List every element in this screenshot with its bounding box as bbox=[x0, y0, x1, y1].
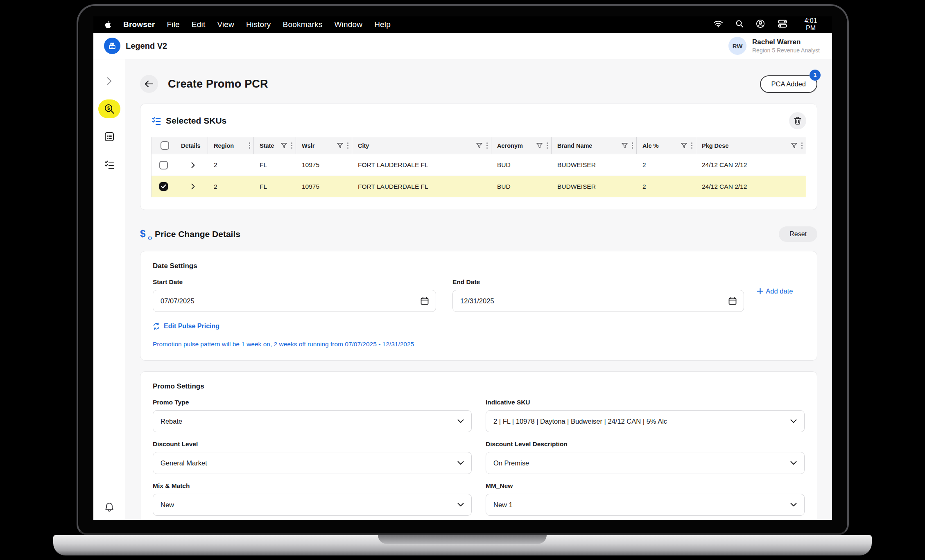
column-menu-icon[interactable] bbox=[249, 142, 250, 149]
chevron-down-icon bbox=[457, 503, 464, 507]
wifi-icon[interactable] bbox=[713, 20, 723, 29]
search-icon[interactable] bbox=[735, 20, 744, 30]
calendar-icon[interactable] bbox=[728, 296, 737, 305]
pca-added-button[interactable]: PCA Added bbox=[760, 75, 817, 93]
promo-type-label: Promo Type bbox=[153, 399, 472, 406]
selected-skus-title: Selected SKUs bbox=[166, 116, 226, 126]
row-checkbox[interactable] bbox=[159, 161, 168, 169]
app-brand[interactable]: Legend V2 bbox=[104, 38, 167, 54]
control-center-icon[interactable] bbox=[777, 19, 788, 30]
edit-pulse-pricing-link[interactable]: Edit Pulse Pricing bbox=[153, 323, 805, 330]
row-expand-icon[interactable] bbox=[191, 162, 195, 168]
checklist-icon bbox=[104, 159, 115, 170]
column-header-wslr[interactable]: Wslr bbox=[296, 137, 352, 154]
laptop-frame: Browser File Edit View History Bookmarks… bbox=[77, 4, 849, 535]
calendar-icon[interactable] bbox=[420, 296, 429, 305]
menu-item-window[interactable]: Window bbox=[334, 20, 362, 29]
clock-time: 4:01 bbox=[804, 17, 817, 24]
column-header-details[interactable]: Details bbox=[175, 137, 208, 154]
sidebar-expand-button[interactable] bbox=[98, 72, 120, 90]
table-row[interactable]: 2 FL 10975 FORT LAUDERDALE FL BUD BUDWEI… bbox=[152, 154, 806, 176]
add-date-button[interactable]: Add date bbox=[757, 287, 793, 295]
column-header-city[interactable]: City bbox=[352, 137, 491, 154]
row-expand-icon[interactable] bbox=[191, 183, 195, 190]
menu-item-file[interactable]: File bbox=[167, 20, 179, 29]
cell-region: 2 bbox=[208, 183, 254, 190]
cell-wslr: 10975 bbox=[296, 183, 352, 190]
back-button[interactable] bbox=[140, 75, 158, 93]
filter-icon[interactable] bbox=[476, 143, 482, 149]
selected-skus-header: Selected SKUs bbox=[151, 112, 806, 129]
menu-item-history[interactable]: History bbox=[246, 20, 271, 29]
filter-icon[interactable] bbox=[281, 143, 287, 149]
laptop-screen: Browser File Edit View History Bookmarks… bbox=[93, 16, 832, 520]
reset-button[interactable]: Reset bbox=[779, 226, 817, 242]
menu-item-bookmarks[interactable]: Bookmarks bbox=[283, 20, 323, 29]
column-menu-icon[interactable] bbox=[691, 142, 692, 149]
skus-table: Details Region State bbox=[151, 137, 806, 197]
menu-item-edit[interactable]: Edit bbox=[192, 20, 206, 29]
user-menu[interactable]: RW Rachel Warren Region 5 Revenue Analys… bbox=[728, 37, 820, 55]
account-icon[interactable] bbox=[756, 19, 765, 30]
avatar[interactable]: RW bbox=[728, 37, 746, 55]
table-row-selected[interactable]: 2 FL 10975 FORT LAUDERDALE FL BUD BUDWEI… bbox=[152, 176, 806, 197]
price-change-details-title: Price Change Details bbox=[155, 229, 240, 239]
bell-icon bbox=[104, 502, 114, 513]
column-header-brand-name[interactable]: Brand Name bbox=[552, 137, 637, 154]
promo-type-select[interactable]: Rebate bbox=[153, 410, 472, 432]
column-menu-icon[interactable] bbox=[547, 142, 548, 149]
column-menu-icon[interactable] bbox=[486, 142, 488, 149]
sidebar-item-list[interactable] bbox=[98, 127, 120, 146]
end-date-input[interactable]: 12/31/2025 bbox=[452, 290, 744, 312]
app-title: Legend V2 bbox=[126, 41, 167, 51]
pulse-pattern-link[interactable]: Promotion pulse pattern will be 1 week o… bbox=[153, 341, 805, 348]
menu-item-browser[interactable]: Browser bbox=[123, 20, 155, 29]
app-window: Legend V2 RW Rachel Warren Region 5 Reve… bbox=[93, 33, 832, 520]
menu-item-view[interactable]: View bbox=[217, 20, 234, 29]
main-content: Create Promo PCR PCA Added 1 bbox=[125, 59, 832, 520]
plus-icon bbox=[757, 288, 763, 294]
mm-new-select[interactable]: New 1 bbox=[486, 494, 805, 516]
column-header-select-all[interactable] bbox=[152, 137, 175, 154]
filter-icon[interactable] bbox=[337, 143, 343, 149]
sidebar-item-checklist[interactable] bbox=[98, 155, 120, 174]
filter-icon[interactable] bbox=[791, 143, 797, 149]
filter-icon[interactable] bbox=[622, 143, 628, 149]
sidebar-item-price-search-active[interactable]: $ bbox=[98, 99, 120, 118]
cell-state: FL bbox=[254, 161, 296, 169]
cell-alc-pct: 2 bbox=[637, 161, 696, 169]
laptop-base bbox=[53, 535, 872, 555]
cell-pkg-desc: 24/12 CAN 2/12 bbox=[696, 161, 806, 169]
column-menu-icon[interactable] bbox=[801, 142, 803, 149]
discount-level-description-select[interactable]: On Premise bbox=[486, 452, 805, 474]
column-menu-icon[interactable] bbox=[632, 142, 633, 149]
menu-item-help[interactable]: Help bbox=[374, 20, 391, 29]
filter-icon[interactable] bbox=[536, 143, 543, 149]
column-menu-icon[interactable] bbox=[291, 142, 292, 149]
cell-wslr: 10975 bbox=[296, 161, 352, 169]
mix-match-select[interactable]: New bbox=[153, 494, 472, 516]
select-all-checkbox[interactable] bbox=[161, 141, 169, 150]
promo-settings-title: Promo Settings bbox=[153, 382, 805, 391]
column-header-alc-pct[interactable]: Alc % bbox=[637, 137, 696, 154]
row-checkbox-checked[interactable] bbox=[159, 182, 168, 191]
start-date-input[interactable]: 07/07/2025 bbox=[153, 290, 436, 312]
column-header-acronym[interactable]: Acronym bbox=[491, 137, 552, 154]
column-header-pkg-desc[interactable]: Pkg Desc bbox=[696, 137, 806, 154]
delete-selected-button[interactable] bbox=[789, 112, 806, 129]
chevron-right-icon bbox=[106, 77, 112, 86]
indicative-sku-select[interactable]: 2 | FL | 10978 | Daytona | Budweiser | 2… bbox=[486, 410, 805, 432]
discount-level-select[interactable]: General Market bbox=[153, 452, 472, 474]
column-header-region[interactable]: Region bbox=[208, 137, 254, 154]
menu-clock: 4:01 PM bbox=[800, 17, 821, 32]
chevron-down-icon bbox=[457, 461, 464, 465]
screenshot-stage: Browser File Edit View History Bookmarks… bbox=[0, 0, 925, 560]
macos-menu-bar: Browser File Edit View History Bookmarks… bbox=[93, 16, 832, 33]
filter-icon[interactable] bbox=[681, 143, 687, 149]
apple-menu-icon[interactable] bbox=[104, 20, 111, 29]
cell-acronym: BUD bbox=[491, 161, 552, 169]
sidebar-notifications-button[interactable] bbox=[93, 502, 125, 513]
column-menu-icon[interactable] bbox=[347, 142, 348, 149]
column-header-state[interactable]: State bbox=[254, 137, 296, 154]
date-settings-card: Date Settings Start Date 07/07/2025 bbox=[140, 251, 817, 361]
